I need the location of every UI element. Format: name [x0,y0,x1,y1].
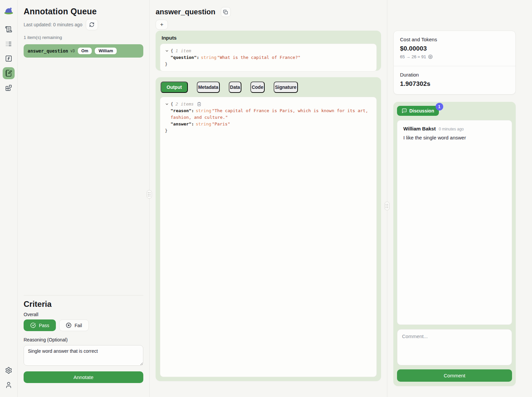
sidebar-item-traces[interactable] [3,23,15,35]
duration-value: 1.907302s [400,80,509,88]
json-type: string [201,55,216,60]
inputs-card: Inputs { 1 item questionstringWhat is th… [156,31,381,71]
criteria-section: Criteria Overall Pass Fail Reasoning (Op… [24,295,143,383]
chevron-down-icon[interactable] [165,49,169,53]
message-square-icon [402,108,407,113]
assignee-chip: Om [78,48,92,54]
json-row: questionstringWhat is the capital of Fra… [165,54,372,61]
list-rows-icon [5,40,12,48]
discussion-label: Discussion [409,108,434,113]
square-function-icon [5,55,12,62]
comment-submit-button[interactable]: Comment [397,369,512,382]
json-type: string [196,121,211,126]
circle-x-icon [66,322,71,328]
tab-output[interactable]: Output [161,82,188,93]
chevron-down-icon[interactable] [165,102,169,106]
queue-item-version: v3 [70,49,75,53]
metrics-card: Cost and Tokens $0.00003 65 → 26 = 91 Du… [393,31,516,95]
reasoning-textarea[interactable]: Single word answer that is correct [24,345,143,366]
copy-icon [223,10,228,15]
cost-tokens-section: Cost and Tokens $0.00003 65 → 26 = 91 [394,31,515,66]
refresh-button[interactable] [86,19,98,30]
pass-label: Pass [39,323,49,328]
queue-item-name: answer_question [28,48,68,54]
circle-check-icon [30,322,36,328]
json-value: Paris [212,121,230,126]
output-card: Output Metadata Data Code Signature { 2 … [156,77,381,381]
tab-metadata[interactable]: Metadata [197,82,220,93]
fail-button[interactable]: Fail [59,319,89,331]
pass-button[interactable]: Pass [24,319,56,331]
cost-value: $0.00003 [400,45,509,52]
criteria-title: Criteria [24,299,143,309]
tab-signature[interactable]: Signature [274,82,298,93]
tab-data[interactable]: Data [229,82,241,93]
gear-icon [5,367,12,374]
discussion-toggle-button[interactable]: Discussion 1 [397,106,439,116]
add-panel-button[interactable]: + [156,20,168,30]
json-close-brace: } [165,127,372,134]
discussion-thread: William Bakst 0 minutes ago I like the s… [397,120,512,325]
sidebar-item-functions[interactable] [3,53,15,65]
annotate-button[interactable]: Annotate [24,371,143,383]
trace-detail-panel: answer_question + Inputs { 1 item questi… [150,0,387,397]
sidebar-item-list[interactable] [3,38,15,50]
json-key: reason [171,108,194,113]
json-item-count: 1 item [176,48,191,54]
criteria-divider [24,295,143,296]
comment-item: William Bakst 0 minutes ago I like the s… [403,126,506,140]
clipboard-copy-icon[interactable] [197,102,201,106]
blocks-icon [5,84,12,92]
left-splitter-grip[interactable] [147,190,152,199]
notebook-pen-icon [5,70,12,77]
settings-button[interactable] [3,364,15,376]
json-key: question [171,55,199,60]
tab-code[interactable]: Code [250,82,265,93]
right-panel-splitter [387,0,387,397]
json-value: What is the capital of France? [217,55,300,60]
sidebar-item-playground[interactable] [3,82,15,94]
scroll-text-icon [5,26,12,33]
left-panel-splitter [149,0,150,397]
output-json-viewer: { 2 items reasonstringThe capital of Fra… [160,97,377,377]
info-panel: Cost and Tokens $0.00003 65 → 26 = 91 Du… [387,0,532,397]
discussion-count-badge: 1 [436,103,443,110]
json-row: answerstringParis [165,121,372,127]
lilypad-frog-logo [3,5,14,15]
duration-section: Duration 1.907302s [394,66,515,94]
user-account-button[interactable] [3,379,15,391]
user-icon [5,381,12,389]
sidebar-item-annotations[interactable] [3,67,15,79]
fail-label: Fail [74,323,82,328]
json-open-brace: { [171,48,173,54]
json-open-brace: { [171,101,173,107]
overall-label: Overall [24,312,143,317]
annotation-queue-panel: Annotation Queue Last updated: 0 minutes… [18,0,149,397]
json-row: reasonstringThe capital of France is Par… [165,107,372,121]
right-splitter-grip[interactable] [384,202,390,210]
trace-title: answer_question [156,8,215,16]
comment-input[interactable] [397,329,512,365]
comment-author: William Bakst [403,126,436,131]
copy-trace-button[interactable] [221,7,231,17]
comment-timestamp: 0 minutes ago [439,127,464,131]
inputs-label: Inputs [162,35,377,41]
target-icon [428,54,433,59]
assignee-chip: William [95,48,117,54]
json-key: answer [171,121,194,126]
duration-label: Duration [400,72,509,78]
json-close-brace: } [165,61,372,68]
comment-text: I like the single word answer [403,135,506,140]
reasoning-label: Reasoning (Optional) [24,337,143,342]
json-type: string [196,108,211,113]
refresh-icon [89,22,94,27]
items-remaining-text: 1 item(s) remaining [24,35,143,40]
json-item-count: 2 items [176,101,194,107]
last-updated-text: Last updated: 0 minutes ago [24,22,82,27]
inputs-json-viewer: { 1 item questionstringWhat is the capit… [160,44,377,72]
icon-rail [0,0,18,397]
cost-tokens-label: Cost and Tokens [400,37,509,42]
tokens-value: 65 → 26 = 91 [400,54,426,59]
queue-title: Annotation Queue [24,7,143,16]
queue-item-answer-question[interactable]: answer_question v3 Om William [24,44,143,58]
